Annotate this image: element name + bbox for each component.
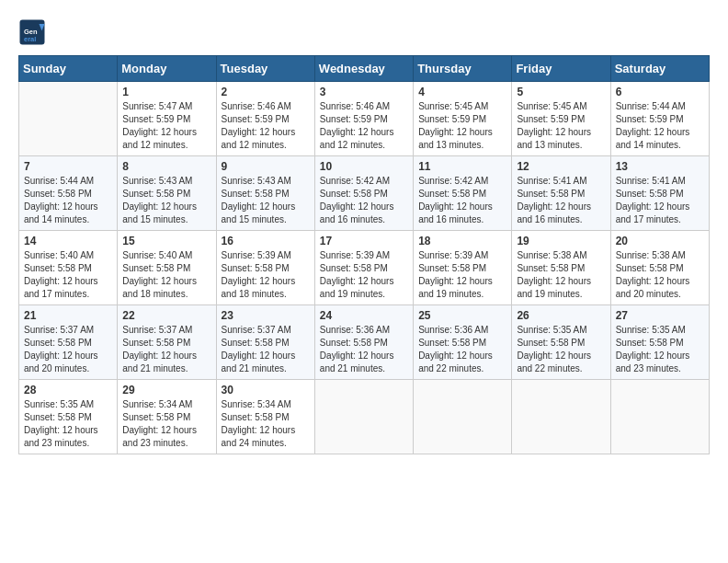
daylight-text: Daylight: 12 hours <box>222 350 296 361</box>
daylight-text: Daylight: 12 hours <box>418 276 493 286</box>
day-number: 23 <box>222 309 310 322</box>
daylight-text: Daylight: 12 hours <box>222 276 296 286</box>
sunrise-text: Sunrise: 5:46 AM <box>222 101 291 111</box>
daylight-minutes: and 13 minutes. <box>418 140 483 150</box>
sunset-text: Sunset: 5:58 PM <box>222 412 290 422</box>
daylight-minutes: and 23 minutes. <box>616 363 681 373</box>
daylight-text: Daylight: 12 hours <box>222 127 296 137</box>
calendar-cell: 25Sunrise: 5:36 AMSunset: 5:58 PMDayligh… <box>414 305 512 380</box>
day-info: Sunrise: 5:46 AMSunset: 5:59 PMDaylight:… <box>222 100 310 152</box>
sunset-text: Sunset: 5:58 PM <box>616 338 684 348</box>
calendar-week-row: 7Sunrise: 5:44 AMSunset: 5:58 PMDaylight… <box>19 156 710 231</box>
day-number: 14 <box>24 235 112 247</box>
sunrise-text: Sunrise: 5:44 AM <box>24 176 94 186</box>
calendar-cell: 24Sunrise: 5:36 AMSunset: 5:58 PMDayligh… <box>314 305 413 380</box>
sunset-text: Sunset: 5:59 PM <box>222 114 290 124</box>
daylight-text: Daylight: 12 hours <box>222 425 296 435</box>
day-number: 15 <box>122 235 210 247</box>
daylight-text: Daylight: 12 hours <box>418 350 493 361</box>
sunrise-text: Sunrise: 5:40 AM <box>122 250 192 260</box>
calendar-cell: 6Sunrise: 5:44 AMSunset: 5:59 PMDaylight… <box>610 82 709 156</box>
sunrise-text: Sunrise: 5:34 AM <box>122 399 192 409</box>
calendar-cell: 19Sunrise: 5:38 AMSunset: 5:58 PMDayligh… <box>512 231 610 305</box>
day-info: Sunrise: 5:35 AMSunset: 5:58 PMDaylight:… <box>24 398 112 450</box>
day-number: 16 <box>222 235 310 247</box>
calendar-cell <box>512 380 610 454</box>
daylight-minutes: and 20 minutes. <box>24 363 89 373</box>
sunset-text: Sunset: 5:58 PM <box>122 412 190 422</box>
day-number: 18 <box>418 235 506 247</box>
calendar-cell: 23Sunrise: 5:37 AMSunset: 5:58 PMDayligh… <box>216 305 314 380</box>
daylight-text: Daylight: 12 hours <box>222 201 296 212</box>
day-number: 17 <box>320 235 408 247</box>
day-info: Sunrise: 5:45 AMSunset: 5:59 PMDaylight:… <box>418 100 506 152</box>
day-info: Sunrise: 5:44 AMSunset: 5:59 PMDaylight:… <box>616 100 704 152</box>
calendar-cell: 13Sunrise: 5:41 AMSunset: 5:58 PMDayligh… <box>610 156 709 231</box>
day-info: Sunrise: 5:37 AMSunset: 5:58 PMDaylight:… <box>122 324 210 375</box>
calendar-week-row: 21Sunrise: 5:37 AMSunset: 5:58 PMDayligh… <box>19 305 710 380</box>
sunset-text: Sunset: 5:58 PM <box>616 263 684 273</box>
day-info: Sunrise: 5:41 AMSunset: 5:58 PMDaylight:… <box>517 175 605 226</box>
sunset-text: Sunset: 5:58 PM <box>222 338 290 348</box>
sunset-text: Sunset: 5:58 PM <box>24 412 92 422</box>
daylight-text: Daylight: 12 hours <box>616 201 690 212</box>
day-number: 24 <box>320 309 408 322</box>
daylight-minutes: and 12 minutes. <box>222 140 287 150</box>
calendar-cell: 17Sunrise: 5:39 AMSunset: 5:58 PMDayligh… <box>314 231 413 305</box>
sunset-text: Sunset: 5:58 PM <box>222 189 290 199</box>
column-header-friday: Friday <box>512 56 610 82</box>
logo: Gen eral <box>18 18 50 46</box>
sunrise-text: Sunrise: 5:45 AM <box>517 101 586 111</box>
sunrise-text: Sunrise: 5:39 AM <box>320 250 390 260</box>
daylight-text: Daylight: 12 hours <box>320 127 394 137</box>
sunrise-text: Sunrise: 5:46 AM <box>320 101 390 111</box>
sunrise-text: Sunrise: 5:47 AM <box>122 101 192 111</box>
sunset-text: Sunset: 5:58 PM <box>616 189 684 199</box>
day-info: Sunrise: 5:36 AMSunset: 5:58 PMDaylight:… <box>320 324 408 375</box>
sunrise-text: Sunrise: 5:38 AM <box>517 250 586 260</box>
day-info: Sunrise: 5:47 AMSunset: 5:59 PMDaylight:… <box>122 100 210 152</box>
sunset-text: Sunset: 5:59 PM <box>517 114 585 124</box>
sunrise-text: Sunrise: 5:42 AM <box>418 176 488 186</box>
daylight-text: Daylight: 12 hours <box>122 127 197 137</box>
sunset-text: Sunset: 5:58 PM <box>320 189 388 199</box>
column-header-monday: Monday <box>118 56 216 82</box>
calendar-cell: 20Sunrise: 5:38 AMSunset: 5:58 PMDayligh… <box>610 231 709 305</box>
sunrise-text: Sunrise: 5:43 AM <box>222 176 291 186</box>
sunrise-text: Sunrise: 5:41 AM <box>517 176 586 186</box>
sunrise-text: Sunrise: 5:44 AM <box>616 101 686 111</box>
sunrise-text: Sunrise: 5:37 AM <box>24 325 94 335</box>
day-info: Sunrise: 5:46 AMSunset: 5:59 PMDaylight:… <box>320 100 408 152</box>
daylight-text: Daylight: 12 hours <box>24 350 98 361</box>
daylight-minutes: and 22 minutes. <box>517 363 582 373</box>
daylight-text: Daylight: 12 hours <box>320 350 394 361</box>
daylight-minutes: and 21 minutes. <box>222 363 287 373</box>
daylight-minutes: and 16 minutes. <box>418 214 483 224</box>
daylight-text: Daylight: 12 hours <box>122 276 197 286</box>
calendar-cell: 29Sunrise: 5:34 AMSunset: 5:58 PMDayligh… <box>118 380 216 454</box>
daylight-minutes: and 17 minutes. <box>24 289 89 299</box>
day-number: 20 <box>616 235 704 247</box>
day-info: Sunrise: 5:37 AMSunset: 5:58 PMDaylight:… <box>24 324 112 375</box>
daylight-text: Daylight: 12 hours <box>517 350 591 361</box>
day-number: 2 <box>222 86 310 98</box>
calendar-cell: 18Sunrise: 5:39 AMSunset: 5:58 PMDayligh… <box>414 231 512 305</box>
daylight-minutes: and 15 minutes. <box>122 214 188 224</box>
daylight-text: Daylight: 12 hours <box>122 425 197 435</box>
day-info: Sunrise: 5:45 AMSunset: 5:59 PMDaylight:… <box>517 100 605 152</box>
day-number: 11 <box>418 160 506 173</box>
sunrise-text: Sunrise: 5:35 AM <box>24 399 94 409</box>
column-header-tuesday: Tuesday <box>216 56 314 82</box>
day-info: Sunrise: 5:40 AMSunset: 5:58 PMDaylight:… <box>122 249 210 301</box>
sunset-text: Sunset: 5:58 PM <box>418 189 486 199</box>
logo-icon: Gen eral <box>18 18 46 46</box>
sunset-text: Sunset: 5:58 PM <box>517 263 585 273</box>
sunrise-text: Sunrise: 5:41 AM <box>616 176 686 186</box>
day-info: Sunrise: 5:39 AMSunset: 5:58 PMDaylight:… <box>418 249 506 301</box>
sunset-text: Sunset: 5:58 PM <box>222 263 290 273</box>
day-number: 13 <box>616 160 704 173</box>
day-number: 6 <box>616 86 704 98</box>
sunset-text: Sunset: 5:58 PM <box>24 263 92 273</box>
day-number: 12 <box>517 160 605 173</box>
calendar-cell <box>314 380 413 454</box>
